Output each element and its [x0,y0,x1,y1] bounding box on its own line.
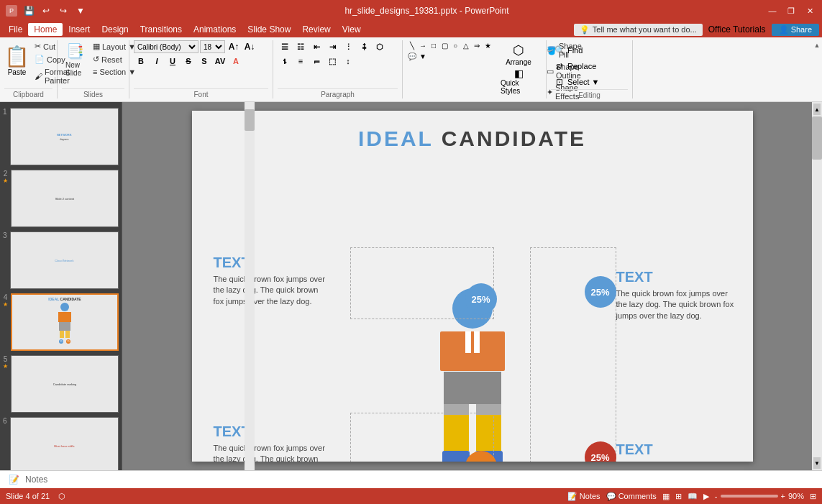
menu-slideshow[interactable]: Slide Show [242,23,296,36]
slide-num-6: 6 [3,417,7,425]
find-button[interactable]: 🔍 Find [551,43,616,58]
slide-panel: 1 NETWORK diagrams 2 ★ Slide 2 con [0,102,122,470]
zoom-out-btn[interactable]: - [715,492,718,500]
office-tutorials-link[interactable]: Office Tutorials [708,24,766,35]
scroll-up-btn[interactable]: ▲ [813,104,821,115]
bold-btn[interactable]: B [134,55,148,68]
columns-btn[interactable]: ⋮ [341,40,355,53]
shape-rtarrow-btn[interactable]: ⇒ [472,40,482,50]
italic-btn[interactable]: I [150,55,164,68]
slide-img-5[interactable]: Candidate ranking [11,355,119,413]
new-slide-button[interactable]: 📑 New Slide [62,40,88,79]
slide-sorter-btn[interactable]: ⊞ [675,492,682,501]
font-size-select[interactable]: 18 [200,40,225,53]
reading-view-btn[interactable]: 📖 [688,492,698,501]
quick-styles-button[interactable]: ◧ Quick Styles [501,68,536,95]
menu-transitions[interactable]: Transitions [134,23,188,36]
fit-to-window-btn[interactable]: ⊞ [810,492,816,501]
restore-btn[interactable]: ❐ [785,4,798,17]
shape-rect-btn[interactable]: □ [429,40,439,50]
slideshow-btn[interactable]: ▶ [703,492,709,501]
zoom-in-btn[interactable]: + [781,492,785,500]
collapse-ribbon-btn[interactable]: ▲ [812,40,822,50]
increase-font-btn[interactable]: A↑ [227,40,241,53]
align-right-btn[interactable]: ⫭ [309,55,324,68]
notes-status-btn[interactable]: 📝 Notes [567,492,600,501]
badge-tr: 25% [585,276,616,308]
scroll-down-btn[interactable]: ▼ [813,457,821,469]
slide-thumb-4[interactable]: 4 ★ IDEAL CANDIDATE [3,293,119,351]
zoom-control[interactable]: - + 90% [715,492,804,500]
left-scroll-thumb[interactable] [245,109,255,131]
arrange-button[interactable]: ⬡ Arrange [501,40,536,68]
font-family-select[interactable]: Calibri (Body) [134,40,198,53]
charspacing-btn[interactable]: AV [213,55,227,68]
numbered-list-btn[interactable]: ☷ [293,40,308,53]
slide-star-2: ★ [3,178,8,184]
replace-button[interactable]: ⇄ Replace [551,59,616,73]
decrease-indent-btn[interactable]: ⇤ [309,40,324,53]
undo-btn[interactable]: ↩ [39,4,53,18]
right-scrollbar[interactable]: ▲ ▼ [812,102,822,470]
redo-btn[interactable]: ↪ [56,4,70,18]
comments-status-btn[interactable]: 💬 Comments [606,492,657,501]
shape-arrow-btn[interactable]: → [418,40,428,50]
menu-review[interactable]: Review [296,23,336,36]
minimize-btn[interactable]: — [766,4,779,17]
shape-callout-btn[interactable]: 💬 [407,51,417,61]
svg-rect-2 [465,331,471,353]
shape-more-btn[interactable]: ▼ [418,51,428,61]
slide-thumb-1[interactable]: 1 NETWORK diagrams [3,108,119,165]
shape-rounded-btn[interactable]: ▢ [439,40,449,50]
slide-img-4[interactable]: IDEAL CANDIDATE 25 25 [11,293,119,351]
status-right: 📝 Notes 💬 Comments ▦ ⊞ 📖 ▶ - + 90% ⊞ [567,492,816,501]
shadow-btn[interactable]: S [197,55,211,68]
shape-star-btn[interactable]: ★ [483,40,493,50]
zoom-slider[interactable] [721,495,778,498]
increase-indent-btn[interactable]: ⇥ [325,40,339,53]
save-btn[interactable]: 💾 [22,4,36,18]
drawing-group: ╲ → □ ▢ ○ △ ⇒ ★ 💬 ▼ ⬡ Arrange [403,40,547,98]
shape-oval-btn[interactable]: ○ [450,40,460,50]
align-center-btn[interactable]: ≡ [293,55,308,68]
decrease-font-btn[interactable]: A↓ [242,40,257,53]
help-search[interactable]: 💡 Tell me what you want to do... [574,24,703,36]
main-area: 1 NETWORK diagrams 2 ★ Slide 2 con [0,102,822,470]
customize-qa-btn[interactable]: ▼ [73,4,88,18]
strikethrough-btn[interactable]: S [181,55,196,68]
slide-img-6[interactable]: Must have skills [10,417,119,470]
shape-triangle-btn[interactable]: △ [461,40,471,50]
slide-img-1[interactable]: NETWORK diagrams [10,108,119,165]
layout-icon: ▦ [93,42,100,51]
slide-thumb-5[interactable]: 5 ★ Candidate ranking [3,355,119,413]
left-scrollbar[interactable] [245,102,255,470]
slide-thumb-3[interactable]: 3 Cloud Network [3,232,119,289]
paste-button[interactable]: 📋 Paste [4,40,29,81]
close-btn[interactable]: ✕ [803,4,816,17]
text-direction-btn[interactable]: ⭻ [357,40,371,53]
right-scroll-thumb[interactable] [812,116,822,160]
menu-view[interactable]: View [337,23,367,36]
underline-btn[interactable]: U [165,55,180,68]
menu-design[interactable]: Design [96,23,134,36]
align-left-btn[interactable]: ⫮ [278,55,292,68]
line-spacing-btn[interactable]: ↕ [341,55,355,68]
select-button[interactable]: ⊡ Select ▼ [551,75,616,89]
menu-animations[interactable]: Animations [188,23,242,36]
menu-home[interactable]: Home [28,23,63,36]
notes-label[interactable]: Notes [25,475,47,485]
slide-img-3[interactable]: Cloud Network [10,232,119,289]
menu-insert[interactable]: Insert [63,23,96,36]
menu-file[interactable]: File [3,23,28,36]
normal-view-btn[interactable]: ▦ [662,492,670,501]
slide-thumb-6[interactable]: 6 Must have skills [3,417,119,470]
slide-thumb-2[interactable]: 2 ★ Slide 2 content [3,170,119,227]
slide-img-2[interactable]: Slide 2 content [11,170,119,227]
shape-line-btn[interactable]: ╲ [407,40,417,50]
share-button[interactable]: 👤 Share [772,24,819,36]
justify-btn[interactable]: ⬚ [325,55,339,68]
convert-smartart-btn[interactable]: ⬡ [373,40,387,53]
fontcolor-btn[interactable]: A [229,55,243,68]
bullet-list-btn[interactable]: ☰ [278,40,292,53]
text-label-tl: TEXT [214,255,329,271]
